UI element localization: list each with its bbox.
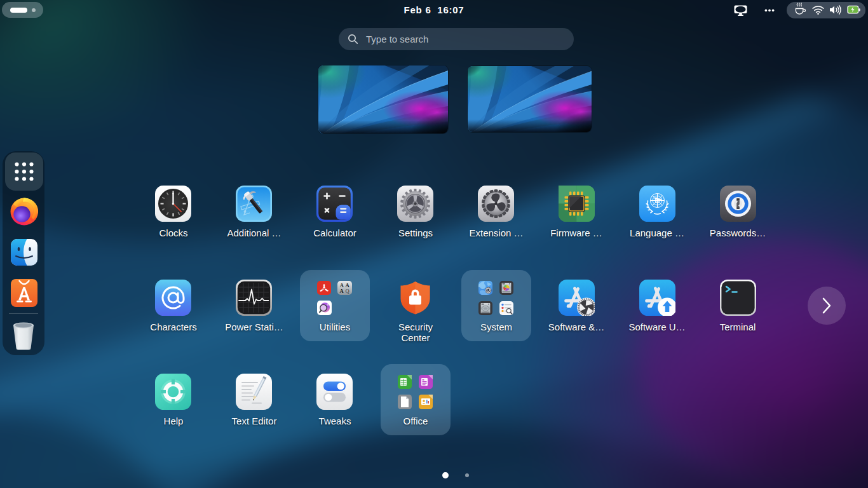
svg-text:Q: Q (346, 288, 350, 294)
svg-text:A: A (340, 288, 344, 294)
